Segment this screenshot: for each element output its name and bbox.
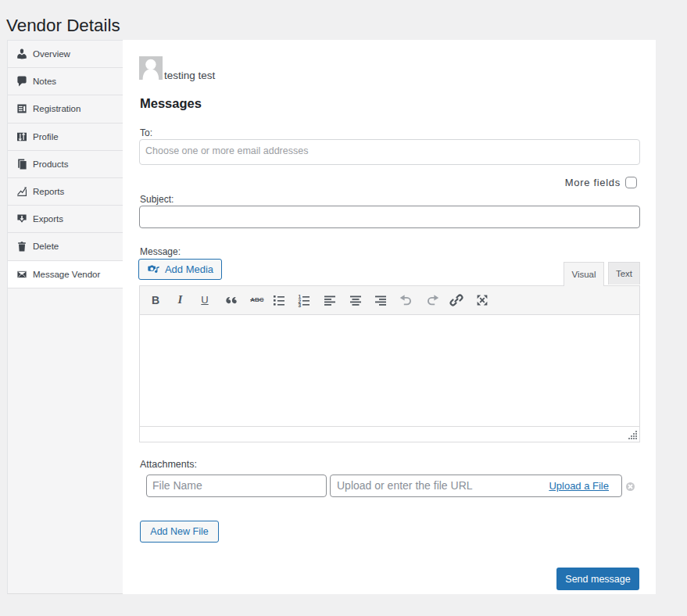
- svg-text:3: 3: [298, 303, 301, 307]
